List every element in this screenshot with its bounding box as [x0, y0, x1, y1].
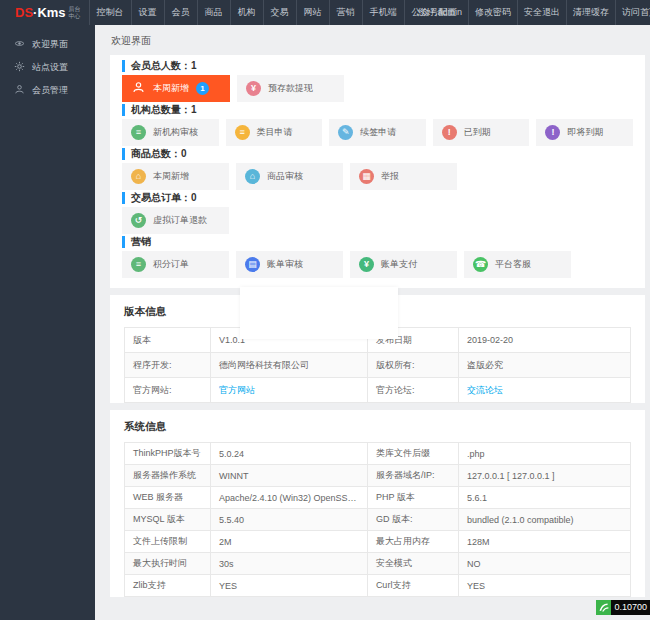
logo-subtitle-line1: 后台: [69, 6, 81, 13]
logo-brand-red: DS: [15, 5, 33, 20]
bill-audit-icon: ▤: [245, 257, 260, 272]
user-nav-change-password[interactable]: 修改密码: [468, 0, 517, 25]
app-logo: DS ·Kms 后台 中心: [0, 5, 89, 20]
sidebar-item-label: 站点设置: [32, 61, 68, 74]
table-row: ThinkPHP版本号5.0.24类库文件后缀.php: [125, 443, 631, 465]
table-cell: Curl支持: [367, 575, 458, 597]
report-icon: ▦: [359, 169, 374, 184]
stat-button-renew-apply[interactable]: ✎续签申请: [329, 119, 426, 146]
table-cell: 128M: [458, 531, 630, 553]
table-cell: YES: [211, 575, 368, 597]
top-nav-organization[interactable]: 机构: [230, 0, 263, 25]
top-nav-trade[interactable]: 交易: [263, 0, 296, 25]
table-cell: 类库文件后缀: [367, 443, 458, 465]
top-nav-settings[interactable]: 设置: [131, 0, 164, 25]
table-cell: NO: [458, 553, 630, 575]
stats-card: 会员总人数：1本周新增1¥预存款提现机构总数量：1≡新机构审核≡类目申请✎续签申…: [110, 55, 645, 288]
member-icon: [14, 84, 25, 97]
button-row-member-total: 本周新增1¥预存款提现: [122, 75, 633, 102]
bill-pay-icon: ¥: [359, 257, 374, 272]
table-cell: GD 版本:: [367, 509, 458, 531]
section-title-trade-orders: 交易总订单：0: [122, 192, 633, 204]
stat-button-report[interactable]: ▦举报: [350, 163, 457, 190]
empty-tooltip: [240, 287, 398, 339]
table-cell: 服务器操作系统: [125, 465, 211, 487]
table-cell: 德尚网络科技有限公司: [211, 353, 368, 378]
table-cell: 安全模式: [367, 553, 458, 575]
sidebar-item-site-settings[interactable]: 站点设置: [0, 56, 95, 79]
table-cell: 盗版必究: [458, 353, 630, 378]
button-row-product-total: ⌂本周新增⌂商品审核▦举报: [122, 163, 633, 190]
stat-button-virtual-order-refund[interactable]: ↺虚拟订单退款: [122, 207, 229, 234]
stat-button-bill-audit[interactable]: ▤账单审核: [236, 251, 343, 278]
user-nav-visit-home[interactable]: 访问首页: [615, 0, 650, 25]
top-nav-website[interactable]: 网站: [296, 0, 329, 25]
table-link[interactable]: 交流论坛: [458, 378, 630, 403]
stat-button-new-org-audit[interactable]: ≡新机构审核: [122, 119, 219, 146]
stat-button-label: 平台客服: [495, 258, 531, 271]
thinkphp-trace-icon[interactable]: [596, 600, 611, 615]
table-row: 最大执行时间30s安全模式NO: [125, 553, 631, 575]
eye-icon: [14, 38, 25, 51]
sidebar: 欢迎界面站点设置会员管理: [0, 25, 95, 620]
table-cell: 程序开发:: [125, 353, 211, 378]
gear-icon: [14, 61, 25, 74]
user-nav-safe-logout[interactable]: 安全退出: [517, 0, 566, 25]
table-cell: 官方网站:: [125, 378, 211, 403]
sidebar-item-welcome[interactable]: 欢迎界面: [0, 33, 95, 56]
system-table: ThinkPHP版本号5.0.24类库文件后缀.php服务器操作系统WINNT服…: [124, 442, 631, 597]
stat-button-label: 预存款提现: [268, 82, 313, 95]
stat-button-label: 已到期: [464, 126, 491, 139]
table-cell: 官方论坛:: [367, 378, 458, 403]
trace-time: 0.10700: [611, 600, 650, 615]
table-cell: ThinkPHP版本号: [125, 443, 211, 465]
expiring-icon: !: [545, 125, 560, 140]
table-cell: 2019-02-20: [458, 328, 630, 353]
table-cell: 5.0.24: [211, 443, 368, 465]
table-cell: YES: [458, 575, 630, 597]
table-cell: MYSQL 版本: [125, 509, 211, 531]
page-title: 欢迎界面: [95, 25, 650, 48]
stat-button-product-new-this-week[interactable]: ⌂本周新增: [122, 163, 229, 190]
stat-button-deposit-withdraw[interactable]: ¥预存款提现: [237, 75, 344, 102]
stat-button-platform-service[interactable]: ☎平台客服: [464, 251, 571, 278]
top-nav: 控制台设置会员商品机构交易网站营销手机端公众号配置: [89, 0, 464, 25]
top-nav-product[interactable]: 商品: [197, 0, 230, 25]
top-nav-member[interactable]: 会员: [164, 0, 197, 25]
table-cell: 5.5.40: [211, 509, 368, 531]
stat-button-label: 续签申请: [360, 126, 396, 139]
stat-button-expired[interactable]: !已到期: [433, 119, 530, 146]
points-order-icon: ≡: [131, 257, 146, 272]
logo-brand-white: ·Kms: [33, 5, 66, 20]
table-row: 官方网站:官方网站官方论坛:交流论坛: [125, 378, 631, 403]
table-cell: 版权所有:: [367, 353, 458, 378]
stat-button-points-order[interactable]: ≡积分订单: [122, 251, 229, 278]
stat-button-category-apply[interactable]: ≡类目申请: [226, 119, 323, 146]
table-cell: 最大占用内存: [367, 531, 458, 553]
sidebar-item-member-management[interactable]: 会员管理: [0, 79, 95, 102]
trace-bar: 0.10700: [596, 600, 650, 615]
table-link[interactable]: 官方网站: [211, 378, 368, 403]
section-title-member-total: 会员总人数：1: [122, 60, 633, 72]
user-nav: 您好,admin修改密码安全退出清理缓存访问首页: [411, 0, 650, 25]
user-nav-greeting[interactable]: 您好,admin: [411, 0, 468, 25]
stat-button-label: 即将到期: [567, 126, 603, 139]
top-nav-console[interactable]: 控制台: [89, 0, 131, 25]
system-card: 系统信息 ThinkPHP版本号5.0.24类库文件后缀.php服务器操作系统W…: [110, 410, 645, 597]
table-cell: 版本: [125, 328, 211, 353]
stat-button-product-audit[interactable]: ⌂商品审核: [236, 163, 343, 190]
screen: DS ·Kms 后台 中心 控制台设置会员商品机构交易网站营销手机端公众号配置 …: [0, 0, 650, 628]
top-nav-mobile[interactable]: 手机端: [362, 0, 404, 25]
table-row: 程序开发:德尚网络科技有限公司版权所有:盗版必究: [125, 353, 631, 378]
withdraw-icon: ¥: [246, 81, 261, 96]
stat-button-label: 商品审核: [267, 170, 303, 183]
stat-button-member-new-this-week[interactable]: 本周新增1: [122, 75, 230, 102]
stat-button-label: 举报: [381, 170, 399, 183]
table-cell: 最大执行时间: [125, 553, 211, 575]
stat-button-bill-pay[interactable]: ¥账单支付: [350, 251, 457, 278]
stat-button-expiring-soon[interactable]: !即将到期: [536, 119, 633, 146]
user-nav-clear-cache[interactable]: 清理缓存: [566, 0, 615, 25]
stat-button-label: 虚拟订单退款: [153, 214, 207, 227]
top-nav-marketing[interactable]: 营销: [329, 0, 362, 25]
sidebar-item-label: 欢迎界面: [32, 38, 68, 51]
